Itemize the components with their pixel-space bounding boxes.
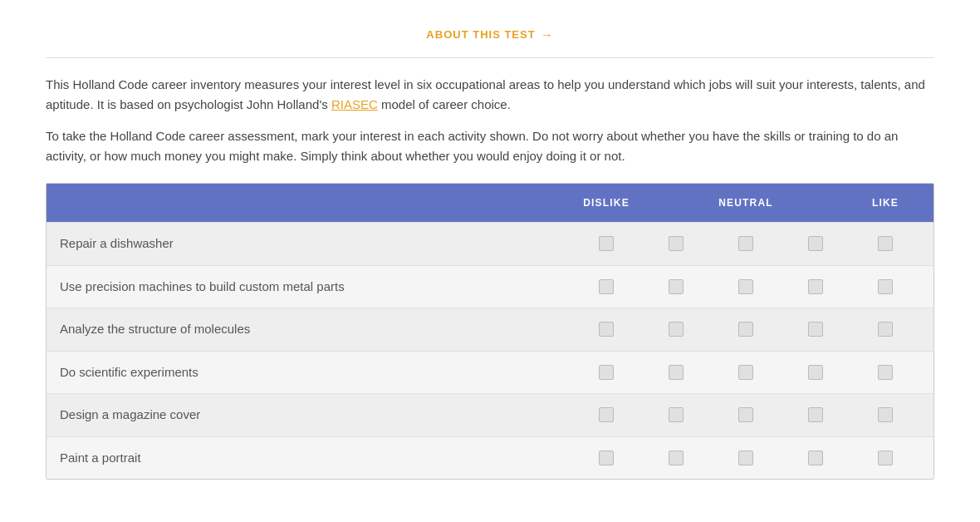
checkbox-cell-1	[571, 279, 641, 294]
activity-label: Paint a portrait	[60, 449, 571, 468]
checkbox-1-5[interactable]	[878, 236, 893, 251]
checkbox-6-2[interactable]	[669, 451, 684, 465]
checkbox-6-4[interactable]	[808, 451, 823, 465]
intro-paragraph-2: To take the Holland Code career assessme…	[46, 126, 934, 166]
table-row: Design a magazine cover	[47, 393, 933, 436]
table-row: Use precision machines to build custom m…	[47, 265, 933, 308]
checkbox-cell-3	[711, 451, 781, 465]
checkbox-1-4[interactable]	[808, 236, 823, 251]
checkbox-6-5[interactable]	[878, 451, 893, 465]
checkboxes	[571, 365, 920, 380]
checkbox-2-3[interactable]	[738, 279, 753, 294]
checkbox-5-1[interactable]	[599, 407, 614, 422]
checkbox-cell-5	[850, 451, 920, 465]
checkbox-2-4[interactable]	[808, 279, 823, 294]
checkbox-1-2[interactable]	[669, 236, 684, 251]
intro-paragraph-1: This Holland Code career inventory measu…	[46, 75, 934, 115]
riasec-link[interactable]: RIASEC	[331, 97, 378, 111]
header-neutral-label: NEUTRAL	[711, 195, 781, 210]
page-container: ABOUT THIS TEST → This Holland Code care…	[21, 0, 959, 496]
checkbox-5-3[interactable]	[738, 407, 753, 422]
checkbox-cell-4	[781, 322, 850, 337]
checkbox-2-1[interactable]	[599, 279, 614, 294]
checkbox-3-5[interactable]	[878, 322, 893, 337]
activity-label: Analyze the structure of molecules	[60, 320, 571, 339]
checkbox-cell-4	[781, 407, 850, 422]
table-row: Do scientific experiments	[47, 351, 933, 394]
checkboxes	[571, 322, 920, 337]
header-like-label: LIKE	[850, 195, 920, 210]
checkbox-3-2[interactable]	[669, 322, 684, 337]
checkbox-4-2[interactable]	[669, 365, 684, 380]
checkbox-4-5[interactable]	[878, 365, 893, 380]
checkbox-cell-2	[641, 236, 711, 251]
header-options: DISLIKE NEUTRAL LIKE	[571, 195, 920, 210]
checkbox-cell-2	[641, 407, 711, 422]
activity-label: Design a magazine cover	[60, 406, 571, 425]
checkbox-5-4[interactable]	[808, 407, 823, 422]
activity-table: DISLIKE NEUTRAL LIKE Repair a dishwasher	[46, 183, 934, 480]
table-row: Repair a dishwasher	[47, 222, 933, 265]
activity-label: Use precision machines to build custom m…	[60, 278, 571, 297]
checkbox-2-5[interactable]	[878, 279, 893, 294]
checkbox-4-4[interactable]	[808, 365, 823, 380]
checkbox-6-3[interactable]	[738, 451, 753, 465]
checkbox-cell-3	[711, 322, 781, 337]
checkbox-cell-5	[850, 407, 920, 422]
checkbox-cell-2	[641, 365, 711, 380]
table-row: Paint a portrait	[47, 436, 933, 480]
checkbox-cell-3	[711, 365, 781, 380]
checkbox-cell-4	[781, 279, 850, 294]
about-test-link[interactable]: ABOUT THIS TEST →	[426, 26, 553, 45]
checkbox-cell-3	[711, 236, 781, 251]
checkbox-1-3[interactable]	[738, 236, 753, 251]
checkboxes	[571, 407, 920, 422]
checkboxes	[571, 451, 920, 465]
checkbox-cell-4	[781, 365, 850, 380]
checkbox-cell-2	[641, 322, 711, 337]
checkbox-3-3[interactable]	[738, 322, 753, 337]
checkbox-cell-3	[711, 407, 781, 422]
checkbox-cell-5	[850, 365, 920, 380]
checkbox-cell-5	[850, 236, 920, 251]
about-test-arrow: →	[541, 26, 554, 45]
checkbox-1-1[interactable]	[599, 236, 614, 251]
checkbox-cell-2	[641, 451, 711, 465]
checkbox-3-1[interactable]	[599, 322, 614, 337]
checkboxes	[571, 236, 920, 251]
table-row: Analyze the structure of molecules	[47, 308, 933, 351]
checkbox-cell-5	[850, 322, 920, 337]
activity-label: Repair a dishwasher	[60, 234, 571, 254]
checkbox-4-1[interactable]	[599, 365, 614, 380]
checkbox-cell-4	[781, 451, 850, 465]
checkbox-cell-3	[711, 279, 781, 294]
checkbox-5-5[interactable]	[878, 407, 893, 422]
checkbox-cell-1	[571, 365, 641, 380]
checkbox-2-2[interactable]	[669, 279, 684, 294]
about-test-label: ABOUT THIS TEST	[426, 27, 535, 43]
checkboxes	[571, 279, 920, 294]
checkbox-cell-1	[571, 236, 641, 251]
activity-label: Do scientific experiments	[60, 363, 571, 382]
checkbox-6-1[interactable]	[599, 451, 614, 465]
checkbox-cell-1	[571, 322, 641, 337]
table-header: DISLIKE NEUTRAL LIKE	[47, 184, 933, 222]
checkbox-3-4[interactable]	[808, 322, 823, 337]
divider	[46, 57, 934, 58]
about-link-row: ABOUT THIS TEST →	[46, 17, 934, 57]
checkbox-cell-2	[641, 279, 711, 294]
checkbox-cell-5	[850, 279, 920, 294]
checkbox-5-2[interactable]	[669, 407, 684, 422]
header-dislike-label: DISLIKE	[571, 195, 641, 210]
checkbox-cell-1	[571, 451, 641, 465]
checkbox-cell-1	[571, 407, 641, 422]
checkbox-cell-4	[781, 236, 850, 251]
checkbox-4-3[interactable]	[738, 365, 753, 380]
